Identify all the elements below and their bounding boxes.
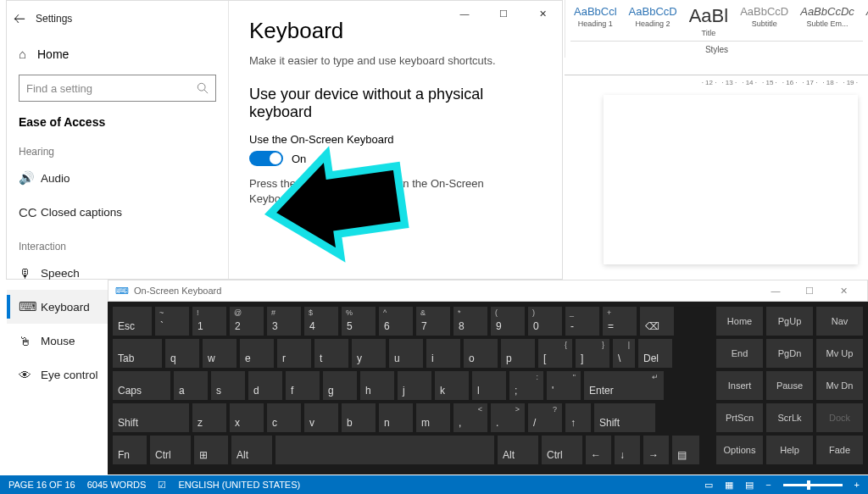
style-emphasis[interactable]: AaBbCcDcEmphasis <box>863 3 868 39</box>
status-page[interactable]: PAGE 16 OF 16 <box>8 480 75 490</box>
sidebar-item-closed-captions[interactable]: CCClosed captions <box>7 195 228 229</box>
view-print-icon[interactable]: ▦ <box>725 480 733 491</box>
status-words[interactable]: 6045 WORDS <box>87 480 147 490</box>
close-button[interactable]: ✕ <box>523 1 562 26</box>
key-'[interactable]: "' <box>547 371 581 400</box>
key-↓[interactable]: ↓ <box>615 436 640 464</box>
key-→[interactable]: → <box>643 436 669 464</box>
key-end[interactable]: End <box>716 339 763 368</box>
key-←[interactable]: ← <box>586 436 611 464</box>
key-↑[interactable]: ↑ <box>565 403 591 432</box>
style-heading-1[interactable]: AaBbCclHeading 1 <box>570 3 620 39</box>
key-home[interactable]: Home <box>716 307 763 336</box>
key-Ctrl[interactable]: Ctrl <box>542 436 582 464</box>
key-pause[interactable]: Pause <box>766 371 813 400</box>
key-6[interactable]: ^6 <box>379 307 413 336</box>
key-d[interactable]: d <box>248 371 282 400</box>
search-input[interactable]: Find a setting <box>19 75 216 102</box>
key-m[interactable]: m <box>416 403 450 432</box>
key-s[interactable]: s <box>211 371 245 400</box>
key-Caps[interactable]: Caps <box>113 371 170 400</box>
style-heading-2[interactable]: AaBbCcDHeading 2 <box>626 3 681 39</box>
key-pgup[interactable]: PgUp <box>766 307 813 336</box>
osk-maximize-button[interactable]: ☐ <box>793 286 826 297</box>
key-help[interactable]: Help <box>766 436 813 464</box>
key-mv-up[interactable]: Mv Up <box>816 339 863 368</box>
key-5[interactable]: %5 <box>342 307 376 336</box>
key-c[interactable]: c <box>267 403 301 432</box>
key-,[interactable]: <, <box>453 403 487 432</box>
key-o[interactable]: o <box>464 339 498 368</box>
back-button[interactable]: 🡠 <box>7 12 32 25</box>
key-\[interactable]: |\ <box>613 339 635 368</box>
key-b[interactable]: b <box>342 403 376 432</box>
key-q[interactable]: q <box>165 339 199 368</box>
key-][interactable]: }] <box>576 339 609 368</box>
key-`[interactable]: ~` <box>155 307 189 336</box>
key--[interactable]: _- <box>565 307 599 336</box>
key-⊞[interactable]: ⊞ <box>194 436 228 464</box>
key-y[interactable]: y <box>352 339 386 368</box>
key-9[interactable]: (9 <box>491 307 525 336</box>
key-f[interactable]: f <box>286 371 320 400</box>
minimize-button[interactable]: — <box>445 1 484 26</box>
key-h[interactable]: h <box>360 371 394 400</box>
key-l[interactable]: l <box>472 371 506 400</box>
zoom-in-button[interactable]: + <box>854 480 860 490</box>
key-pgdn[interactable]: PgDn <box>766 339 813 368</box>
key-2[interactable]: @2 <box>230 307 264 336</box>
key-Fn[interactable]: Fn <box>113 436 147 464</box>
key-nav[interactable]: Nav <box>816 307 863 336</box>
key-x[interactable]: x <box>230 403 264 432</box>
key-Tab[interactable]: Tab <box>113 339 162 368</box>
key-7[interactable]: &7 <box>416 307 450 336</box>
key-▤[interactable]: ▤ <box>672 436 699 464</box>
key-p[interactable]: p <box>501 339 535 368</box>
key-Shift[interactable]: Shift <box>594 403 655 432</box>
sidebar-item-audio[interactable]: 🔊Audio <box>7 161 228 195</box>
key-dock[interactable]: Dock <box>816 403 863 432</box>
styles-group-label[interactable]: Styles <box>570 41 863 54</box>
key-j[interactable]: j <box>398 371 431 400</box>
key-v[interactable]: v <box>304 403 338 432</box>
key-r[interactable]: r <box>277 339 311 368</box>
key-scrlk[interactable]: ScrLk <box>766 403 813 432</box>
key-3[interactable]: #3 <box>267 307 301 336</box>
zoom-out-button[interactable]: − <box>765 480 771 490</box>
status-proofing-icon[interactable]: ☑ <box>158 480 166 491</box>
key-;[interactable]: :; <box>509 371 543 400</box>
key-/[interactable]: ?/ <box>528 403 562 432</box>
key-=[interactable]: += <box>603 307 637 336</box>
key-k[interactable]: k <box>435 371 469 400</box>
view-read-icon[interactable]: ▭ <box>704 480 713 491</box>
key-mv-dn[interactable]: Mv Dn <box>816 371 863 400</box>
key-4[interactable]: $4 <box>304 307 338 336</box>
key-n[interactable]: n <box>379 403 413 432</box>
style-subtitle[interactable]: AaBbCcDSubtitle <box>737 3 792 39</box>
key-Ctrl[interactable]: Ctrl <box>150 436 191 464</box>
key-e[interactable]: e <box>240 339 274 368</box>
key-prtscn[interactable]: PrtScn <box>716 403 763 432</box>
word-page[interactable] <box>604 95 858 264</box>
osk-titlebar[interactable]: ⌨ On-Screen Keyboard — ☐ ✕ <box>108 280 868 302</box>
key-z[interactable]: z <box>192 403 226 432</box>
key-u[interactable]: u <box>389 339 423 368</box>
key-options[interactable]: Options <box>716 436 763 464</box>
osk-minimize-button[interactable]: — <box>759 286 793 296</box>
style-title[interactable]: AaBlTitle <box>686 3 732 39</box>
key-fade[interactable]: Fade <box>816 436 863 464</box>
key-w[interactable]: w <box>203 339 236 368</box>
key-Alt[interactable]: Alt <box>498 436 538 464</box>
key-g[interactable]: g <box>323 371 357 400</box>
key-[[interactable]: {[ <box>538 339 572 368</box>
osk-close-button[interactable]: ✕ <box>826 286 860 297</box>
key-a[interactable]: a <box>174 371 208 400</box>
key-1[interactable]: !1 <box>192 307 226 336</box>
view-web-icon[interactable]: ▤ <box>745 480 754 491</box>
osk-toggle[interactable] <box>249 151 283 166</box>
key-i[interactable]: i <box>426 339 460 368</box>
key-8[interactable]: *8 <box>453 307 487 336</box>
key-Del[interactable]: Del <box>638 339 672 368</box>
key-Enter[interactable]: ↵Enter <box>584 371 664 400</box>
key-Alt[interactable]: Alt <box>231 436 272 464</box>
